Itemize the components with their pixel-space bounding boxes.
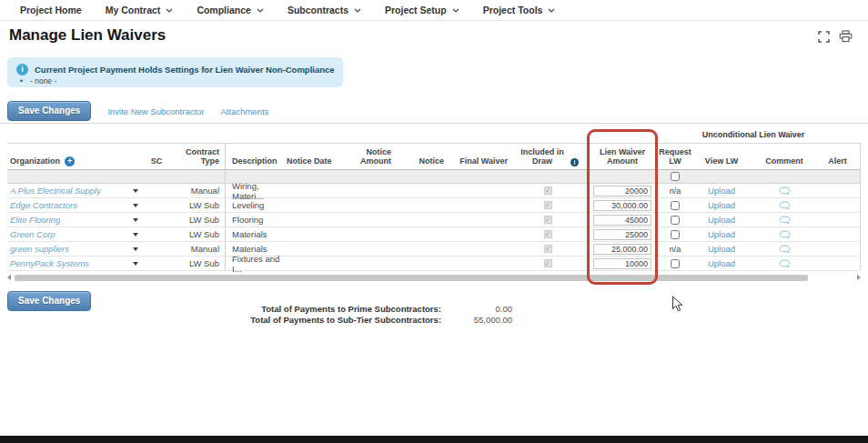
upload-link[interactable]: Upload	[708, 186, 735, 196]
scrollbar-thumb[interactable]	[15, 275, 808, 281]
comment-icon[interactable]	[779, 230, 791, 239]
filter-cell	[7, 170, 144, 183]
table-row: Edge ContractorsLW SubLeveling✓Upload	[7, 198, 861, 213]
notice-cell	[395, 184, 446, 197]
description-value: Materials	[232, 244, 267, 254]
lien-waiver-amount-input[interactable]	[593, 186, 651, 196]
lien-waiver-amount-input[interactable]	[593, 229, 651, 240]
expand-icon[interactable]	[818, 31, 830, 43]
nav-project-home[interactable]: Project Home	[20, 5, 82, 15]
organization-link[interactable]: PennyPack Systems	[10, 258, 89, 268]
included-in-draw-checkbox: ✓	[544, 201, 552, 209]
row-expand-caret-icon[interactable]	[133, 204, 138, 207]
lien-waiver-amount-input[interactable]	[593, 258, 651, 269]
request-lw-na: n/a	[670, 245, 681, 254]
comment-cell	[753, 213, 815, 227]
alert-cell	[815, 257, 861, 270]
filter-cell	[753, 170, 815, 183]
comment-icon[interactable]	[779, 186, 791, 196]
toolbar: Save Changes Invite New Subcontractor At…	[7, 101, 268, 121]
notice-date-cell	[282, 213, 338, 227]
payment-holds-banner: i Current Project Payment Holds Settings…	[7, 57, 343, 87]
lien-waiver-amount-cell	[584, 227, 661, 241]
title-actions	[818, 30, 853, 43]
totals-line-subtier: Total of Payments to Sub-Tier Subcontrac…	[136, 315, 512, 326]
row-expand-caret-icon[interactable]	[133, 218, 138, 222]
request-lw-checkbox[interactable]	[671, 230, 680, 239]
upload-link[interactable]: Upload	[708, 229, 735, 239]
scroll-right-arrow-icon[interactable]	[857, 275, 861, 280]
organization-link[interactable]: Green Corp	[10, 229, 56, 239]
row-expand-caret-icon[interactable]	[133, 247, 138, 251]
included-in-draw-cell: ✓	[511, 198, 584, 212]
notice-amount-cell	[338, 198, 395, 212]
nav-label: My Contract	[106, 5, 161, 15]
included-in-draw-info-icon[interactable]: i	[570, 158, 579, 166]
col-header-label: View LW	[705, 156, 738, 166]
lien-waiver-amount-input[interactable]	[593, 244, 651, 255]
upload-link[interactable]: Upload	[708, 258, 735, 268]
request-lw-checkbox[interactable]	[671, 259, 680, 268]
table-row: Elite FlooringLW SubFlooring✓Upload	[7, 213, 861, 227]
col-header-description: Description	[226, 144, 282, 169]
col-header-label: Description	[232, 156, 278, 166]
comment-icon[interactable]	[779, 259, 791, 268]
included-in-draw-checkbox: ✓	[544, 259, 552, 267]
horizontal-scrollbar[interactable]	[7, 274, 861, 281]
filter-cell	[690, 170, 753, 183]
comment-icon[interactable]	[779, 245, 791, 254]
sc-cell	[144, 184, 169, 197]
view-lw-cell: Upload	[690, 242, 753, 256]
lien-waiver-amount-input[interactable]	[593, 215, 651, 226]
nav-project-tools[interactable]: Project Tools	[483, 5, 556, 15]
lien-waiver-amount-input[interactable]	[593, 200, 651, 211]
nav-subcontracts[interactable]: Subcontracts	[288, 5, 361, 15]
organization-link[interactable]: A Plus Electrical Supply	[10, 186, 101, 196]
nav-project-setup[interactable]: Project Setup	[385, 5, 459, 15]
view-lw-cell: Upload	[690, 227, 753, 241]
upload-link[interactable]: Upload	[708, 200, 735, 210]
col-header-label: Final Waiver	[459, 156, 508, 166]
col-header-sc: SC	[144, 144, 169, 169]
organization-link[interactable]: green suppliers	[10, 244, 69, 254]
row-expand-caret-icon[interactable]	[133, 262, 138, 266]
row-expand-caret-icon[interactable]	[133, 189, 138, 193]
request-lw-checkbox[interactable]	[671, 216, 680, 225]
upload-link[interactable]: Upload	[708, 244, 735, 254]
contract-type-cell: LW Sub	[169, 213, 226, 227]
save-changes-button-bottom[interactable]: Save Changes	[7, 291, 91, 311]
scroll-left-arrow-icon[interactable]	[7, 275, 11, 280]
col-header-organization[interactable]: Organization+	[7, 144, 144, 169]
comment-icon[interactable]	[779, 201, 791, 210]
upload-link[interactable]: Upload	[708, 215, 735, 225]
col-header-label: Organization	[10, 156, 60, 166]
add-organization-icon[interactable]: +	[65, 156, 75, 166]
invite-new-subcontractor-link[interactable]: Invite New Subcontractor	[107, 106, 204, 116]
request-lw-checkbox[interactable]	[671, 201, 680, 210]
description-cell: Wiring, Materi...	[226, 184, 282, 197]
notice-date-cell	[282, 227, 338, 241]
print-icon[interactable]	[839, 30, 853, 43]
request-lw-select-all-checkbox[interactable]	[671, 172, 680, 181]
view-lw-cell: Upload	[690, 257, 753, 270]
info-icon: i	[16, 64, 28, 76]
nav-my-contract[interactable]: My Contract	[106, 5, 174, 15]
filter-cell	[395, 170, 446, 183]
row-expand-caret-icon[interactable]	[133, 233, 138, 237]
col-header-label: Lien Waiver Amount	[594, 147, 651, 166]
table-header-row: Organization+ SC Contract Type Descripti…	[7, 143, 861, 170]
comment-icon[interactable]	[779, 216, 791, 225]
contract-type-value: LW Sub	[189, 215, 219, 225]
organization-link[interactable]: Elite Flooring	[10, 215, 60, 225]
contract-type-value: Manual	[191, 244, 219, 254]
alert-cell	[815, 184, 861, 197]
attachments-link[interactable]: Attachments	[221, 106, 269, 116]
organization-link[interactable]: Edge Contractors	[10, 200, 77, 210]
view-lw-cell: Upload	[690, 184, 753, 197]
payment-totals: Total of Payments to Prime Subcontractor…	[136, 304, 512, 326]
chevron-down-icon	[452, 8, 459, 13]
toolbar-divider	[0, 123, 868, 124]
filter-cell	[282, 170, 338, 183]
save-changes-button[interactable]: Save Changes	[7, 101, 91, 121]
nav-compliance[interactable]: Compliance	[197, 5, 264, 15]
